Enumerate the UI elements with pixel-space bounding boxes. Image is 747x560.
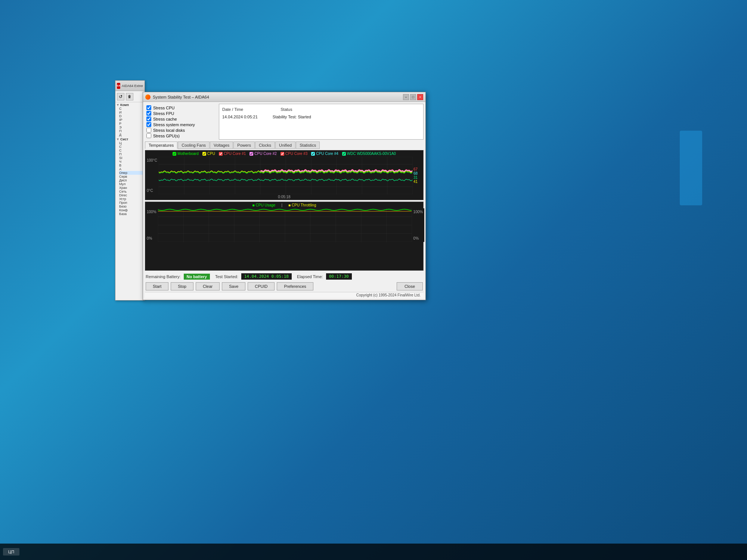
- aida-main-titlebar: 64 AIDA64 Extreme v7.20.6802: [115, 81, 145, 91]
- status-panel: Date / Time Status 14.04.2024 0:05:21 St…: [219, 104, 424, 140]
- legend-cpu-throttling: ■ CPU Throttling: [288, 203, 316, 207]
- elapsed-time-value: 00:17:30: [329, 274, 349, 279]
- footer-bar: Copyright (c) 1995-2024 FinalWire Ltd.: [145, 292, 424, 298]
- stability-title-label: System Stability Test – AIDA64: [153, 95, 403, 99]
- stress-memory-checkbox[interactable]: [146, 122, 151, 127]
- legend-wdc-label: WDC WD5000AAKS-00V1A0: [347, 152, 396, 156]
- stress-disks-checkbox[interactable]: [146, 128, 151, 133]
- bottom-info-bar: Remaining Battery: No battery Test Start…: [145, 272, 424, 281]
- aida-main-title-text: AIDA64 Extreme v7.20.6802: [122, 84, 143, 88]
- tab-voltages[interactable]: Voltages: [210, 141, 233, 149]
- cpuid-button[interactable]: CPUID: [248, 282, 275, 290]
- tab-clocks[interactable]: Clocks: [255, 141, 275, 149]
- temp-chart-canvas-wrapper: 100°C 0°C 67 68 31 41: [145, 157, 423, 194]
- maximize-button[interactable]: □: [410, 94, 416, 100]
- save-button[interactable]: Save: [222, 282, 245, 290]
- stress-fpu-label: Stress FPU: [153, 111, 174, 116]
- temp-chart-legend: Motherboard CPU CPU Core #1 CPU Core #2 …: [145, 150, 423, 157]
- legend-cpu-core4: CPU Core #4: [311, 152, 338, 156]
- stop-button[interactable]: Stop: [171, 282, 193, 290]
- temp-time-label: 0:05:18: [278, 195, 290, 199]
- start-button[interactable]: Start: [146, 282, 168, 290]
- usage-chart-container: ■ CPU Usage | ■ CPU Throttling 100% 0% 1…: [145, 202, 424, 271]
- temp-ymax-label: 100°C: [147, 158, 157, 162]
- legend-motherboard: Motherboard: [173, 152, 199, 156]
- usage-canvas: [158, 208, 412, 242]
- delete-icon[interactable]: 🗑: [126, 93, 133, 100]
- checkbox-stress-cache: Stress cache: [146, 116, 214, 121]
- aida-toolbar: ↺ 🗑: [115, 91, 145, 102]
- stress-cache-label: Stress cache: [153, 117, 177, 121]
- date-time-value: 14.04.2024 0:05:21: [222, 115, 258, 119]
- test-started-value: 14.04.2024 0:05:18: [244, 274, 289, 279]
- tab-cooling-fans[interactable]: Cooling Fans: [178, 141, 210, 149]
- status-value: Stability Test: Started: [273, 115, 311, 119]
- refresh-icon[interactable]: ↺: [117, 93, 124, 100]
- legend-cpu-core4-label: CPU Core #4: [316, 152, 338, 156]
- aida-main-window: 64 AIDA64 Extreme v7.20.6802 ↺ 🗑 ▼Комп С…: [115, 80, 145, 301]
- buttons-row: Start Stop Clear Save CPUID Preferences …: [145, 281, 424, 292]
- stress-memory-label: Stress system memory: [153, 122, 195, 127]
- minimize-button[interactable]: −: [403, 94, 409, 100]
- stability-test-window: System Stability Test – AIDA64 − □ × Str…: [143, 92, 426, 300]
- tab-unified[interactable]: Unified: [275, 141, 295, 149]
- stress-cpu-label: Stress CPU: [153, 106, 174, 110]
- usage-chart-legend: ■ CPU Usage | ■ CPU Throttling: [145, 202, 423, 208]
- legend-cpu-core3: CPU Core #3: [280, 152, 307, 156]
- checkbox-stress-gpu: Stress GPU(s): [146, 133, 214, 138]
- stability-title-buttons: − □ ×: [403, 94, 423, 100]
- date-time-header: Date / Time: [222, 107, 243, 112]
- legend-wdc: WDC WD5000AAKS-00V1A0: [342, 152, 396, 156]
- stress-disks-label: Stress local disks: [153, 128, 185, 133]
- close-window-button[interactable]: Close: [397, 282, 423, 290]
- usage-ymin-right-label: 0%: [413, 236, 423, 240]
- legend-cpu-core2: CPU Core #2: [249, 152, 276, 156]
- preferences-button[interactable]: Preferences: [277, 282, 313, 290]
- battery-value: No battery: [187, 274, 207, 279]
- checkbox-stress-memory: Stress system memory: [146, 122, 214, 127]
- checkbox-stress-disks: Stress local disks: [146, 128, 214, 133]
- status-data-row: 14.04.2024 0:05:21 Stability Test: Start…: [222, 115, 420, 119]
- legend-cpu-throttling-label: CPU Throttling: [292, 203, 316, 207]
- taskbar: ЦП: [0, 544, 747, 560]
- test-started-label: Test Started:: [215, 274, 238, 279]
- checkbox-stress-cpu: Stress CPU: [146, 105, 214, 110]
- right-accent: [680, 131, 702, 205]
- legend-cpu-core1: CPU Core #1: [219, 152, 246, 156]
- usage-ymin-label: 0%: [147, 236, 156, 240]
- remaining-battery-label: Remaining Battery:: [146, 274, 181, 279]
- stability-titlebar: System Stability Test – AIDA64 − □ ×: [143, 92, 425, 102]
- aida-main-icon: 64: [117, 83, 120, 89]
- taskbar-item-label: ЦП: [8, 550, 14, 554]
- tab-powers[interactable]: Powers: [233, 141, 255, 149]
- temperature-chart-container: Motherboard CPU CPU Core #1 CPU Core #2 …: [145, 150, 424, 200]
- stress-cpu-checkbox[interactable]: [146, 105, 151, 110]
- clear-button[interactable]: Clear: [196, 282, 220, 290]
- top-section: Stress CPU Stress FPU Stress cache Stres…: [145, 104, 424, 140]
- main-sidebar-tree: ▼Комп С И D IP Р Э П Д ▼Сист Ц С С П SI …: [115, 102, 145, 217]
- stress-cache-checkbox[interactable]: [146, 116, 151, 121]
- taskbar-item-cpu[interactable]: ЦП: [3, 548, 19, 556]
- stress-gpu-checkbox[interactable]: [146, 133, 151, 138]
- stress-fpu-checkbox[interactable]: [146, 111, 151, 116]
- battery-value-badge: No battery: [184, 274, 210, 280]
- usage-chart-canvas-wrapper: 100% 0% 100% 0%: [145, 208, 423, 242]
- status-header-row: Date / Time Status: [222, 107, 420, 112]
- elapsed-time-value-badge: 00:17:30: [326, 273, 352, 280]
- status-header: Status: [280, 107, 292, 112]
- tab-temperatures[interactable]: Temperatures: [145, 141, 177, 149]
- tab-statistics[interactable]: Statistics: [296, 141, 320, 149]
- footer-text: Copyright (c) 1995-2024 FinalWire Ltd.: [356, 293, 421, 297]
- usage-y-axis: 100% 0%: [145, 208, 158, 242]
- legend-cpu-label: CPU: [207, 152, 215, 156]
- legend-cpu: CPU: [202, 152, 215, 156]
- legend-cpu-core1-label: CPU Core #1: [224, 152, 246, 156]
- legend-cpu-core3-label: CPU Core #3: [285, 152, 307, 156]
- legend-cpu-core2-label: CPU Core #2: [254, 152, 276, 156]
- elapsed-time-label: Elapsed Time:: [297, 274, 323, 279]
- stability-title-icon: [145, 94, 151, 100]
- legend-motherboard-label: Motherboard: [177, 152, 199, 156]
- close-button[interactable]: ×: [417, 94, 423, 100]
- legend-cpu-usage-label: CPU Usage: [256, 203, 276, 207]
- usage-ymax-label: 100%: [147, 210, 156, 214]
